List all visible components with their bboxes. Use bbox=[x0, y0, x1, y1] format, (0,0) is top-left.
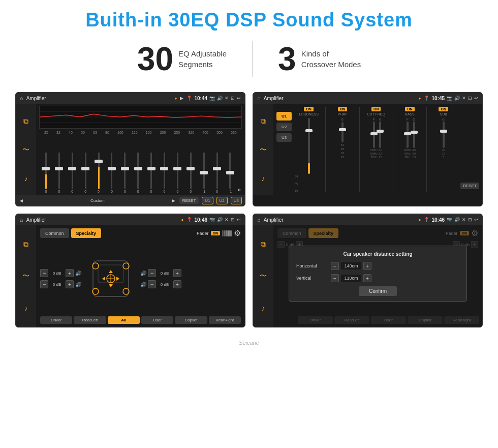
eq-volume-icon[interactable]: ♪ bbox=[24, 174, 28, 183]
gain-minus-bl[interactable]: − bbox=[40, 280, 48, 288]
dist-gain-minus-l[interactable]: − bbox=[277, 241, 285, 248]
eq-slider-2[interactable]: 0 bbox=[67, 153, 78, 193]
dist-common-tab[interactable]: Common bbox=[277, 228, 306, 238]
gain-plus-tl[interactable]: + bbox=[66, 269, 74, 277]
u3-preset-button[interactable]: U3 bbox=[276, 133, 292, 142]
dist-copilot-btn: Copilot bbox=[408, 316, 443, 324]
gain-minus-tl[interactable]: − bbox=[40, 269, 48, 277]
dist-vol-icon[interactable]: ♪ bbox=[262, 304, 265, 312]
close-icon-1[interactable]: ✕ bbox=[225, 96, 229, 101]
back-icon-4[interactable]: ↩ bbox=[474, 217, 478, 222]
window-icon-2[interactable]: ⊡ bbox=[468, 96, 472, 101]
eq-slider-11[interactable]: 0 bbox=[185, 153, 197, 193]
user-button[interactable]: User bbox=[141, 316, 173, 324]
u1-button[interactable]: U1 bbox=[202, 197, 213, 204]
back-icon-1[interactable]: ↩ bbox=[237, 96, 241, 101]
eq-adjust-icon[interactable]: ⧉ bbox=[23, 117, 28, 126]
volume-icon-3[interactable]: 🔊 bbox=[217, 217, 223, 222]
vertical-minus-button[interactable]: − bbox=[331, 274, 339, 282]
window-icon-3[interactable]: ⊡ bbox=[231, 217, 235, 222]
back-icon-2[interactable]: ↩ bbox=[474, 96, 478, 101]
eq-slider-1[interactable]: 0 bbox=[53, 153, 65, 193]
eq-slider-14[interactable]: -1 bbox=[224, 153, 236, 193]
reset-button[interactable]: RESET bbox=[179, 197, 199, 204]
cutfreq-toggle[interactable]: ON bbox=[371, 107, 381, 111]
volume-icon-2[interactable]: 🔊 bbox=[454, 96, 460, 101]
cross-wave-icon[interactable]: 〜 bbox=[260, 145, 267, 155]
eq-wave-icon[interactable]: 〜 bbox=[22, 145, 29, 155]
more-sliders-icon[interactable]: » bbox=[237, 186, 241, 193]
back-icon-3[interactable]: ↩ bbox=[237, 217, 241, 222]
right-gains: 🔊 − 0 dB + 🔊 − 0 dB + bbox=[140, 269, 181, 288]
close-icon-3[interactable]: ✕ bbox=[225, 217, 229, 222]
confirm-button[interactable]: Confirm bbox=[359, 286, 397, 296]
fader-gear-icon[interactable]: ⚙ bbox=[234, 228, 241, 238]
home-icon-4[interactable]: ⌂ bbox=[257, 217, 261, 223]
volume-icon-1[interactable]: 🔊 bbox=[217, 96, 223, 101]
cross-vol-icon[interactable]: ♪ bbox=[262, 174, 265, 183]
eq-slider-3[interactable]: 0 bbox=[80, 153, 91, 193]
rear-left-button[interactable]: RearLeft bbox=[74, 316, 106, 324]
eq-slider-6[interactable]: 0 bbox=[119, 153, 131, 193]
all-button[interactable]: All bbox=[108, 316, 140, 324]
specialty-tab[interactable]: Specialty bbox=[71, 228, 102, 238]
play-icon-1[interactable]: ▶ bbox=[180, 96, 183, 101]
u2-button[interactable]: U2 bbox=[216, 197, 228, 204]
eq-label: EQ Adjustable Segments bbox=[178, 48, 227, 70]
svg-rect-0 bbox=[40, 106, 241, 128]
volume-icon-4[interactable]: 🔊 bbox=[454, 217, 460, 222]
prev-button[interactable]: ◄ bbox=[19, 198, 24, 203]
status-dot-4: ● bbox=[419, 218, 421, 222]
horizontal-plus-button[interactable]: + bbox=[363, 262, 371, 270]
loudness-slider[interactable] bbox=[308, 118, 310, 174]
eq-slider-9[interactable]: 0 bbox=[159, 153, 170, 193]
close-icon-4[interactable]: ✕ bbox=[462, 217, 466, 222]
driver-button[interactable]: Driver bbox=[40, 316, 72, 324]
dist-gain-plus-r[interactable]: + bbox=[471, 241, 478, 248]
home-icon-1[interactable]: ⌂ bbox=[20, 95, 23, 101]
fader-wave-icon[interactable]: 〜 bbox=[22, 272, 29, 281]
u3-button[interactable]: U3 bbox=[231, 197, 242, 204]
dist-bottom-buttons: Driver RearLeft User Copilot RearRight bbox=[298, 316, 479, 324]
gain-minus-br[interactable]: − bbox=[148, 280, 156, 288]
eq-slider-4[interactable]: 5 bbox=[93, 153, 105, 193]
dist-wave-icon[interactable]: 〜 bbox=[260, 272, 267, 281]
horizontal-minus-button[interactable]: − bbox=[331, 262, 339, 270]
sub-toggle[interactable]: ON bbox=[439, 107, 448, 111]
gain-plus-br[interactable]: + bbox=[173, 280, 181, 288]
bass-sliders: F 100Hz 90Hz 70Hz G bbox=[404, 118, 416, 159]
u1-preset-button[interactable]: U1 bbox=[276, 112, 292, 121]
u2-preset-button[interactable]: U2 bbox=[276, 123, 292, 131]
common-tab[interactable]: Common bbox=[40, 228, 69, 238]
gain-plus-bl[interactable]: + bbox=[66, 280, 74, 288]
home-icon-2[interactable]: ⌂ bbox=[257, 95, 261, 101]
rear-right-button[interactable]: RearRight bbox=[209, 316, 241, 324]
eq-slider-5[interactable]: 0 bbox=[106, 153, 117, 193]
next-button[interactable]: ► bbox=[171, 198, 176, 203]
loudness-toggle[interactable]: ON bbox=[304, 107, 314, 111]
gain-plus-tr[interactable]: + bbox=[173, 269, 181, 277]
eq-slider-13[interactable]: 0 bbox=[211, 153, 223, 193]
eq-slider-7[interactable]: 0 bbox=[132, 153, 144, 193]
dist-eq-icon[interactable]: ⧉ bbox=[261, 240, 266, 249]
vertical-plus-button[interactable]: + bbox=[363, 274, 371, 282]
cross-eq-icon[interactable]: ⧉ bbox=[261, 117, 266, 126]
gain-minus-tr[interactable]: − bbox=[148, 269, 156, 277]
fader-vol-icon[interactable]: ♪ bbox=[24, 304, 28, 312]
dist-specialty-tab[interactable]: Specialty bbox=[308, 228, 339, 238]
fader-toggle-on[interactable]: ON bbox=[211, 231, 221, 235]
eq-slider-10[interactable]: 0 bbox=[172, 153, 183, 193]
eq-slider-12[interactable]: -1 bbox=[198, 153, 210, 193]
window-icon-4[interactable]: ⊡ bbox=[468, 217, 472, 222]
cross-reset-button[interactable]: RESET bbox=[460, 183, 479, 189]
eq-slider-0[interactable]: 0 bbox=[40, 153, 52, 193]
fader-eq-icon[interactable]: ⧉ bbox=[23, 240, 28, 249]
window-icon-1[interactable]: ⊡ bbox=[231, 96, 235, 101]
bass-toggle[interactable]: ON bbox=[405, 107, 415, 111]
close-icon-2[interactable]: ✕ bbox=[462, 96, 466, 101]
phat-toggle[interactable]: ON bbox=[338, 107, 348, 111]
dist-gear-icon[interactable]: ⚙ bbox=[471, 228, 478, 238]
home-icon-3[interactable]: ⌂ bbox=[20, 217, 23, 223]
copilot-button[interactable]: Copilot bbox=[175, 316, 207, 324]
eq-slider-8[interactable]: 0 bbox=[145, 153, 157, 193]
